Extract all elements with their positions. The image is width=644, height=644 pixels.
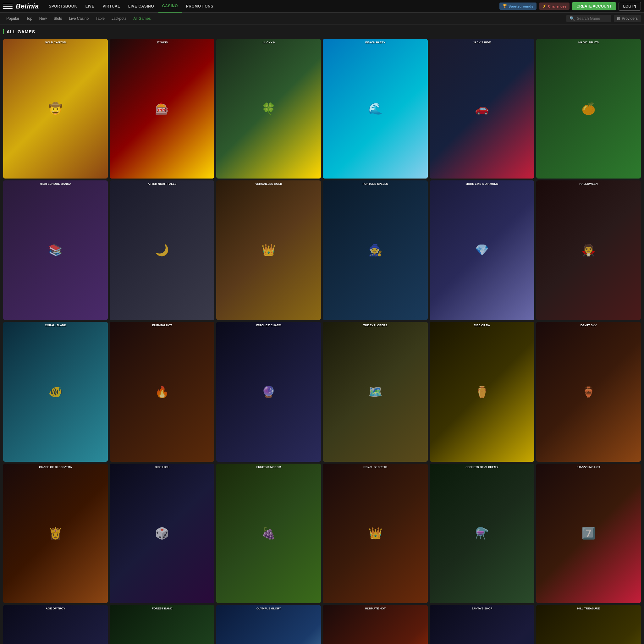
nav-live[interactable]: LIVE xyxy=(82,0,98,13)
game-icon-witches-charm: 🔮 xyxy=(216,322,321,461)
game-card-highschool[interactable]: 📚 HIGH SCHOOL MANGA xyxy=(3,180,108,320)
subnav-popular[interactable]: Popular xyxy=(3,13,22,25)
search-box[interactable]: 🔍 xyxy=(566,15,611,22)
game-label-rise-of-ra: RISE OF RA xyxy=(430,322,534,329)
game-label-lucky9: LUCKY 9 xyxy=(216,39,321,46)
game-icon-fortune-spells: 🧙 xyxy=(323,180,427,320)
game-label-coral-island: CORAL ISLAND xyxy=(3,322,108,329)
game-icon-the-explorers: 🗺️ xyxy=(323,322,427,461)
challenges-button[interactable]: ⚡ Challenges xyxy=(539,3,570,10)
game-label-like-diamond: MORE LIKE A DIAMOND xyxy=(430,180,534,188)
game-card-versailles-gold[interactable]: 👑 VERSAILLES GOLD xyxy=(216,180,321,320)
game-card-magic-fruits[interactable]: 🍊 MAGIC FRUITS xyxy=(536,39,641,179)
game-card-fruits-kingdom[interactable]: 🍇 FRUITS KINGDOM xyxy=(216,464,321,603)
game-icon-beach-party: 🌊 xyxy=(323,39,427,179)
game-icon-egypt-sky: 🏺 xyxy=(536,322,641,461)
create-account-button[interactable]: CREATE ACCOUNT xyxy=(572,2,616,10)
game-card-olympus-glory[interactable]: ⚡ OLYMPUS GLORY xyxy=(216,605,321,644)
subnav-top[interactable]: Top xyxy=(23,13,35,25)
game-icon-lucky9: 🍀 xyxy=(216,39,321,179)
game-card-rise-of-ra[interactable]: ⚱️ RISE OF RA xyxy=(430,322,534,461)
game-label-after-night-falls: AFTER NIGHT FALLS xyxy=(110,180,214,188)
grid-icon: ⊞ xyxy=(617,16,620,21)
game-icon-magic-fruits: 🍊 xyxy=(536,39,641,179)
game-label-magic-fruits: MAGIC FRUITS xyxy=(536,39,641,46)
sub-nav-right: 🔍 ⊞ Providers xyxy=(566,15,641,22)
game-icon-rise-of-ra: ⚱️ xyxy=(430,322,534,461)
game-card-fortune-spells[interactable]: 🧙 FORTUNE SPELLS xyxy=(323,180,427,320)
nav-sportsbook[interactable]: SPORTSBOOK xyxy=(45,0,81,13)
game-label-versailles-gold: VERSAILLES GOLD xyxy=(216,180,321,188)
subnav-slots[interactable]: Slots xyxy=(51,13,65,25)
game-icon-halloween: 🧛 xyxy=(536,180,641,320)
all-games-title: ALL GAMES xyxy=(3,29,641,34)
site-logo[interactable]: Betinia xyxy=(16,2,39,10)
game-label-witches-charm: WITCHES' CHARM xyxy=(216,322,321,329)
game-icon-secrets-alchemy: ⚗️ xyxy=(430,464,534,603)
sportsgrounds-icon: 🏆 xyxy=(503,4,507,8)
top-navigation: Betinia SPORTSBOOK LIVE VIRTUAL LIVE CAS… xyxy=(0,0,644,13)
game-card-santas-shop[interactable]: 🎅 SANTA'S SHOP xyxy=(430,605,534,644)
game-label-gold-canyon: GOLD CANYON xyxy=(3,39,108,46)
game-icon-dice-high: 🎲 xyxy=(110,464,214,603)
game-label-olympus-glory: OLYMPUS GLORY xyxy=(216,605,321,612)
game-card-grace-cleopatra[interactable]: 👸 GRACE OF CLEOPATRA xyxy=(3,464,108,603)
game-card-forest-band[interactable]: 🌲 FOREST BAND xyxy=(110,605,214,644)
nav-live-casino[interactable]: LIVE CASINO xyxy=(124,0,158,13)
game-icon-jacks-ride: 🚗 xyxy=(430,39,534,179)
nav-promotions[interactable]: PROMOTIONS xyxy=(182,0,217,13)
game-icon-fruits-kingdom: 🍇 xyxy=(216,464,321,603)
game-card-age-of-troy[interactable]: ⚔️ AGE OF TROY xyxy=(3,605,108,644)
game-label-age-of-troy: AGE OF TROY xyxy=(3,605,108,612)
game-icon-royal-secrets: 👑 xyxy=(323,464,427,603)
game-card-burning-hot[interactable]: 🔥 BURNING HOT xyxy=(110,322,214,461)
game-label-dice-high: DICE HIGH xyxy=(110,464,214,471)
login-button[interactable]: LOG IN xyxy=(619,2,641,11)
game-card-5-dazzling-hot[interactable]: 7️⃣ 5 DAZZLING HOT xyxy=(536,464,641,603)
game-label-royal-secrets: ROYAL SECRETS xyxy=(323,464,427,471)
providers-button[interactable]: ⊞ Providers xyxy=(614,15,641,22)
subnav-table[interactable]: Table xyxy=(92,13,108,25)
challenges-icon: ⚡ xyxy=(542,4,547,8)
game-card-the-explorers[interactable]: 🗺️ THE EXPLORERS xyxy=(323,322,427,461)
game-icon-gold-canyon: 🤠 xyxy=(3,39,108,179)
game-icon-coral-island: 🐠 xyxy=(3,322,108,461)
game-card-halloween[interactable]: 🧛 HALLOWEEN xyxy=(536,180,641,320)
game-card-jacks-ride[interactable]: 🚗 JACK'S RIDE xyxy=(430,39,534,179)
all-games-section: ALL GAMES 🤠 GOLD CANYON 🎰 27 WINS 🍀 LUCK… xyxy=(0,25,644,644)
game-card-27wins[interactable]: 🎰 27 WINS xyxy=(110,39,214,179)
game-label-jacks-ride: JACK'S RIDE xyxy=(430,39,534,46)
nav-virtual[interactable]: VIRTUAL xyxy=(99,0,124,13)
search-icon: 🔍 xyxy=(570,16,575,21)
game-icon-5-dazzling-hot: 7️⃣ xyxy=(536,464,641,603)
top-right-actions: 🏆 Sportsgrounds ⚡ Challenges CREATE ACCO… xyxy=(499,2,641,11)
game-icon-highschool: 📚 xyxy=(3,180,108,320)
subnav-new[interactable]: New xyxy=(36,13,50,25)
game-card-ultimate-hot[interactable]: 🌶️ ULTIMATE HOT xyxy=(323,605,427,644)
game-card-beach-party[interactable]: 🌊 BEACH PARTY xyxy=(323,39,427,179)
game-label-grace-cleopatra: GRACE OF CLEOPATRA xyxy=(3,464,108,471)
hamburger-menu[interactable] xyxy=(3,2,13,11)
nav-casino[interactable]: CASINO xyxy=(158,0,182,13)
game-icon-burning-hot: 🔥 xyxy=(110,322,214,461)
game-card-royal-secrets[interactable]: 👑 ROYAL SECRETS xyxy=(323,464,427,603)
sportsgrounds-button[interactable]: 🏆 Sportsgrounds xyxy=(499,3,537,10)
game-card-secrets-alchemy[interactable]: ⚗️ SECRETS OF ALCHEMY xyxy=(430,464,534,603)
game-icon-grace-cleopatra: 👸 xyxy=(3,464,108,603)
game-card-hill-treasure[interactable]: 💰 HILL TREASURE xyxy=(536,605,641,644)
game-card-after-night-falls[interactable]: 🌙 AFTER NIGHT FALLS xyxy=(110,180,214,320)
game-card-lucky9[interactable]: 🍀 LUCKY 9 xyxy=(216,39,321,179)
game-card-gold-canyon[interactable]: 🤠 GOLD CANYON xyxy=(3,39,108,179)
game-card-coral-island[interactable]: 🐠 CORAL ISLAND xyxy=(3,322,108,461)
game-card-witches-charm[interactable]: 🔮 WITCHES' CHARM xyxy=(216,322,321,461)
game-card-egypt-sky[interactable]: 🏺 EGYPT SKY xyxy=(536,322,641,461)
game-label-fruits-kingdom: FRUITS KINGDOM xyxy=(216,464,321,471)
subnav-all-games[interactable]: All Games xyxy=(130,13,154,25)
search-input[interactable] xyxy=(577,16,608,21)
subnav-live-casino[interactable]: Live Casino xyxy=(66,13,92,25)
game-label-ultimate-hot: ULTIMATE HOT xyxy=(323,605,427,612)
game-card-like-diamond[interactable]: 💎 MORE LIKE A DIAMOND xyxy=(430,180,534,320)
subnav-jackpots[interactable]: Jackpots xyxy=(108,13,129,25)
game-card-dice-high[interactable]: 🎲 DICE HIGH xyxy=(110,464,214,603)
game-label-5-dazzling-hot: 5 DAZZLING HOT xyxy=(536,464,641,471)
